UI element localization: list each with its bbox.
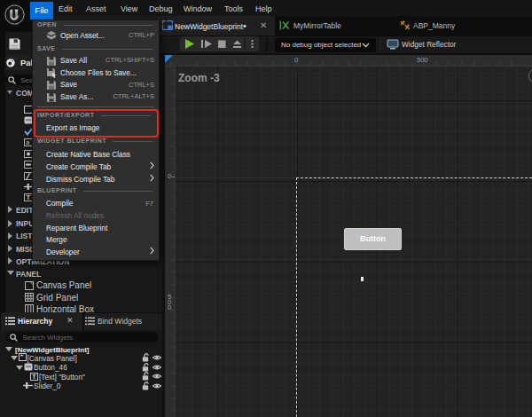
svg-text:T: T [26,193,30,201]
svg-text:T: T [32,373,36,381]
svg-text:a: a [26,139,29,146]
